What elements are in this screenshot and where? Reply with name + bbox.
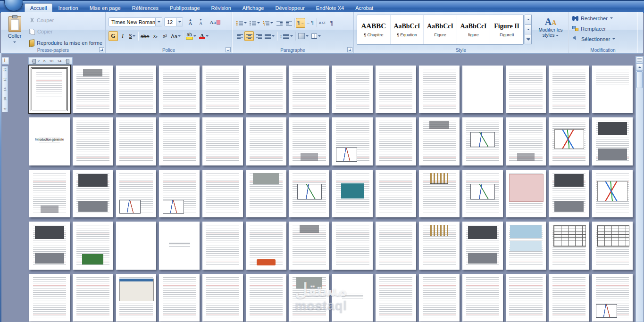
- page-thumbnail[interactable]: [202, 274, 243, 322]
- page-thumbnail[interactable]: [159, 117, 200, 165]
- style-item-figureII[interactable]: Figure II FigureII: [490, 15, 523, 44]
- cut-button[interactable]: Couper: [27, 16, 104, 25]
- decrease-indent-button[interactable]: [275, 18, 284, 28]
- page-thumbnail[interactable]: [506, 170, 546, 217]
- page-thumbnail[interactable]: [29, 66, 70, 113]
- page-thumbnail[interactable]: [289, 170, 330, 217]
- page-thumbnail[interactable]: [332, 222, 373, 269]
- scrollbar-thumb[interactable]: [636, 71, 643, 88]
- page-thumbnail[interactable]: [73, 222, 113, 269]
- office-button[interactable]: [4, 0, 23, 11]
- page-thumbnail[interactable]: [419, 117, 460, 165]
- format-painter-button[interactable]: Reproduire la mise en forme: [27, 38, 104, 48]
- page-thumbnail[interactable]: [159, 170, 200, 217]
- page-thumbnail[interactable]: [289, 117, 330, 165]
- ltr-direction-button[interactable]: ¶→: [296, 18, 305, 28]
- vertical-scrollbar[interactable]: [636, 56, 644, 322]
- page-thumbnail[interactable]: [549, 222, 589, 269]
- page-thumbnail[interactable]: [419, 222, 460, 269]
- gallery-more-button[interactable]: [525, 34, 532, 44]
- page-thumbnail[interactable]: [116, 66, 157, 113]
- tab-acrobat[interactable]: Acrobat: [350, 3, 379, 13]
- sort-button[interactable]: A↕Z: [318, 18, 327, 28]
- page-thumbnail[interactable]: [376, 274, 416, 322]
- copy-button[interactable]: Copier: [27, 27, 104, 36]
- page-thumbnail[interactable]: [592, 66, 633, 113]
- page-thumbnail[interactable]: [332, 117, 373, 165]
- scroll-up-button[interactable]: [636, 64, 643, 71]
- show-formatting-button[interactable]: ¶: [327, 18, 336, 28]
- shrink-font-button[interactable]: ▼A: [196, 17, 206, 26]
- style-item-equation[interactable]: AaBbCcI ¶ Equation: [391, 15, 424, 44]
- page-thumbnail[interactable]: [202, 66, 243, 113]
- increase-indent-button[interactable]: [284, 18, 293, 28]
- page-thumbnail[interactable]: [506, 222, 546, 269]
- page-thumbnail[interactable]: [462, 66, 503, 113]
- tab-affichage[interactable]: Affichage: [237, 3, 270, 13]
- page-thumbnail[interactable]: [246, 222, 286, 269]
- page-thumbnail[interactable]: [29, 274, 70, 322]
- dialog-launcher-font[interactable]: [226, 47, 231, 52]
- tab-publipostage[interactable]: Publipostage: [164, 3, 206, 13]
- page-thumbnail[interactable]: [289, 66, 330, 113]
- page-thumbnail[interactable]: [549, 66, 589, 113]
- grow-font-button[interactable]: ▲A: [185, 17, 195, 26]
- page-thumbnail[interactable]: [73, 170, 113, 217]
- bold-button[interactable]: G: [109, 31, 118, 41]
- gallery-scroll-down-button[interactable]: [525, 25, 532, 35]
- page-thumbnail[interactable]: [246, 117, 286, 165]
- page-thumbnail[interactable]: [116, 117, 157, 165]
- page-thumbnail[interactable]: [506, 117, 546, 165]
- tab-mise-en-page[interactable]: Mise en page: [84, 3, 126, 13]
- page-thumbnail[interactable]: [202, 117, 243, 165]
- page-thumbnail[interactable]: [159, 66, 200, 113]
- rtl-direction-button[interactable]: ←¶: [305, 18, 315, 28]
- page-thumbnail[interactable]: [549, 117, 589, 165]
- chevron-down-icon[interactable]: [176, 18, 183, 26]
- page-thumbnail[interactable]: [116, 222, 157, 269]
- page-thumbnail[interactable]: [376, 222, 416, 269]
- page-thumbnail[interactable]: [376, 117, 416, 165]
- page-thumbnail[interactable]: [246, 274, 286, 322]
- page-thumbnail[interactable]: [549, 274, 589, 322]
- page-thumbnail[interactable]: [592, 274, 633, 322]
- change-case-button[interactable]: Aa: [169, 31, 182, 41]
- tab-accueil[interactable]: Accueil: [25, 3, 52, 13]
- tab-developpeur[interactable]: Développeur: [269, 3, 310, 13]
- page-thumbnail[interactable]: [376, 170, 416, 217]
- font-name-combo[interactable]: Times New Roman: [109, 17, 162, 26]
- tab-references[interactable]: Références: [126, 3, 164, 13]
- subscript-button[interactable]: x₂: [151, 31, 160, 41]
- page-thumbnail[interactable]: [202, 170, 243, 217]
- font-size-combo[interactable]: 12: [164, 17, 183, 26]
- line-spacing-button[interactable]: ↕: [278, 31, 294, 41]
- page-thumbnail[interactable]: [332, 170, 373, 217]
- page-thumbnail[interactable]: [289, 222, 330, 269]
- style-item-figure2[interactable]: AaBbCcI figure: [457, 15, 491, 44]
- style-item-chapitre[interactable]: AABBC ¶ Chapitre: [357, 15, 391, 44]
- page-thumbnail[interactable]: [159, 274, 200, 322]
- superscript-button[interactable]: x²: [160, 31, 169, 41]
- page-thumbnail[interactable]: [246, 170, 286, 217]
- page-thumbnail[interactable]: [462, 274, 503, 322]
- page-thumbnail[interactable]: Introduction générale: [29, 117, 70, 165]
- tab-insertion[interactable]: Insertion: [52, 3, 84, 13]
- gallery-scroll-up-button[interactable]: [525, 15, 532, 25]
- tab-endnote[interactable]: EndNote X4: [310, 3, 350, 13]
- page-thumbnail[interactable]: [246, 66, 286, 113]
- page-thumbnail[interactable]: [159, 222, 200, 269]
- dialog-launcher-clipboard[interactable]: [99, 47, 104, 52]
- change-styles-button[interactable]: AA Modifier les styles: [535, 14, 566, 51]
- align-left-button[interactable]: [235, 31, 244, 41]
- align-center-button[interactable]: [244, 31, 254, 41]
- page-thumbnail[interactable]: [592, 170, 633, 217]
- page-thumbnail[interactable]: [419, 66, 460, 113]
- page-thumbnail[interactable]: [506, 66, 546, 113]
- page-thumbnail[interactable]: [289, 274, 330, 322]
- page-thumbnail[interactable]: [332, 274, 373, 322]
- style-item-figure[interactable]: AaBbCcI Figure: [424, 15, 457, 44]
- paste-button[interactable]: Coller: [3, 14, 26, 52]
- select-button[interactable]: Sélectionner: [572, 34, 637, 43]
- italic-button[interactable]: I: [118, 31, 127, 41]
- ruler-toggle-button[interactable]: [636, 57, 643, 64]
